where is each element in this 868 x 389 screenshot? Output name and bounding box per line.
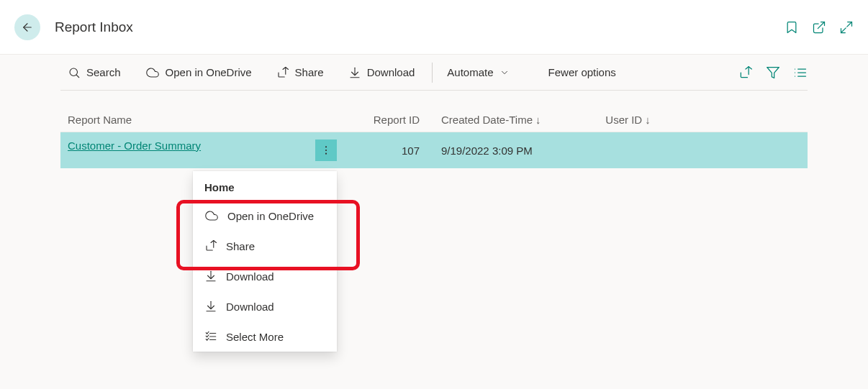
bookmark-icon [785, 20, 799, 35]
svg-point-17 [325, 146, 327, 147]
col-created-date[interactable]: Created Date-Time↓ [434, 108, 598, 132]
svg-line-1 [818, 22, 824, 28]
open-onedrive-button[interactable]: Open in OneDrive [138, 62, 259, 83]
expand-icon [839, 20, 854, 35]
share-page-button[interactable] [738, 65, 753, 80]
download-button[interactable]: Download [341, 62, 422, 83]
command-bar: Search Open in OneDrive Share Download A… [60, 55, 808, 91]
table: Report Name Report ID Created Date-Time↓… [60, 108, 808, 168]
more-vertical-icon [320, 145, 332, 156]
content-area: Search Open in OneDrive Share Download A… [0, 55, 868, 168]
list-view-button[interactable] [793, 65, 808, 80]
cell-user-id [598, 132, 808, 169]
cell-created: 9/19/2022 3:09 PM [434, 132, 598, 169]
context-menu-header: Home [193, 171, 337, 201]
list-icon [793, 65, 808, 80]
svg-line-5 [76, 75, 78, 77]
fewer-options-label: Fewer options [548, 66, 616, 78]
filter-icon [766, 65, 780, 80]
col-report-name[interactable]: Report Name [60, 108, 344, 132]
select-more-icon [204, 330, 217, 343]
menu-label: Open in OneDrive [227, 210, 314, 222]
topbar: Report Inbox [0, 0, 868, 55]
toolbar-right [738, 65, 808, 80]
cell-report-id: 107 [344, 132, 434, 169]
menu-open-onedrive[interactable]: Open in OneDrive [193, 201, 337, 231]
sort-down-icon: ↓ [645, 114, 651, 126]
fewer-options-button[interactable]: Fewer options [541, 62, 623, 83]
automate-button[interactable]: Automate [440, 62, 516, 83]
download-icon [204, 270, 217, 283]
row-more-button[interactable] [315, 139, 337, 161]
menu-label: Select More [226, 331, 284, 343]
table-header-row: Report Name Report ID Created Date-Time↓… [60, 108, 808, 132]
share-icon [276, 66, 289, 79]
svg-point-19 [325, 153, 327, 155]
search-label: Search [86, 66, 121, 78]
toolbar-divider [432, 63, 433, 83]
expand-button[interactable] [839, 20, 854, 35]
table-row[interactable]: Customer - Order Summary 107 9/19/2022 3… [60, 132, 808, 169]
cloud-icon [204, 209, 219, 222]
topbar-actions [785, 20, 854, 35]
share-button[interactable]: Share [269, 62, 331, 83]
menu-label: Download [226, 270, 274, 283]
menu-download-2[interactable]: Download [193, 291, 337, 321]
cloud-icon [145, 66, 160, 79]
search-icon [68, 66, 81, 79]
col-user-id[interactable]: User ID↓ [598, 108, 808, 132]
page-title: Report Inbox [55, 19, 785, 35]
menu-share[interactable]: Share [193, 231, 337, 261]
automate-label: Automate [447, 66, 493, 78]
share-icon [204, 239, 217, 252]
svg-line-3 [841, 27, 846, 32]
filter-button[interactable] [766, 65, 780, 80]
external-link-icon [812, 20, 826, 35]
chevron-down-icon [499, 68, 510, 78]
bookmark-button[interactable] [785, 20, 799, 35]
report-name-link[interactable]: Customer - Order Summary [68, 139, 201, 152]
cell-report-name: Customer - Order Summary [60, 132, 344, 169]
svg-point-18 [325, 150, 327, 151]
svg-marker-10 [767, 67, 779, 78]
menu-download-1[interactable]: Download [193, 261, 337, 291]
search-button[interactable]: Search [60, 62, 128, 83]
download-icon [204, 300, 217, 313]
context-menu: Home Open in OneDrive Share Download Dow… [193, 171, 337, 352]
menu-select-more[interactable]: Select More [193, 321, 337, 352]
svg-point-4 [70, 68, 78, 76]
download-icon [348, 66, 361, 79]
share-label: Share [295, 66, 324, 78]
open-onedrive-label: Open in OneDrive [166, 66, 252, 78]
open-new-window-button[interactable] [812, 20, 826, 35]
back-button[interactable] [14, 14, 40, 40]
svg-line-2 [847, 22, 852, 27]
col-report-id[interactable]: Report ID [344, 108, 434, 132]
menu-label: Share [226, 240, 255, 252]
share-arrow-icon [738, 65, 753, 80]
sort-down-icon: ↓ [535, 114, 541, 126]
arrow-left-icon [21, 21, 34, 34]
menu-label: Download [226, 301, 274, 313]
download-label: Download [367, 66, 415, 78]
